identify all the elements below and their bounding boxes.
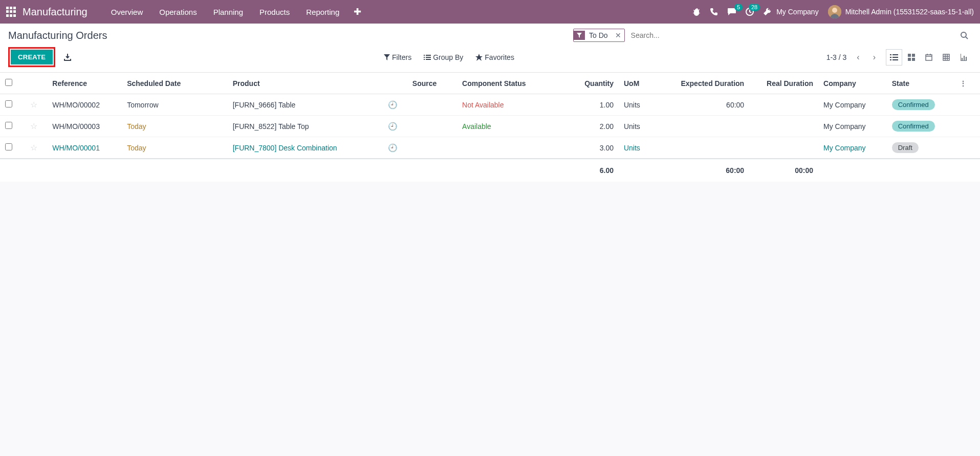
favorites-button[interactable]: Favorites	[475, 53, 514, 61]
col-quantity[interactable]: Quantity	[569, 73, 619, 94]
cell-product: [FURN_7800] Desk Combination	[233, 144, 337, 152]
total-expected: 60:00	[656, 159, 749, 182]
clock-icon[interactable]: 🕘	[388, 100, 398, 109]
svg-rect-9	[943, 54, 949, 60]
filters-label: Filters	[392, 53, 411, 61]
list-view: Reference Scheduled Date Product Source …	[0, 73, 980, 182]
messages-icon[interactable]: 5	[727, 8, 736, 16]
col-expected[interactable]: Expected Duration	[656, 73, 749, 94]
svg-rect-10	[962, 58, 963, 60]
svg-point-2	[832, 8, 837, 13]
pager-text[interactable]: 1-3 / 3	[826, 53, 847, 61]
table-row[interactable]: ☆ WH/MO/00002 Tomorrow [FURN_9666] Table…	[0, 94, 980, 116]
clock-icon[interactable]: 🕘	[388, 143, 398, 152]
cell-quantity: 1.00	[569, 94, 619, 116]
pager-next-icon[interactable]: ›	[870, 51, 879, 64]
cell-uom: Units	[624, 122, 640, 131]
cell-component: Available	[462, 122, 491, 131]
cell-reference: WH/MO/00003	[52, 122, 100, 131]
svg-rect-8	[926, 55, 932, 60]
import-icon[interactable]	[63, 53, 72, 61]
groupby-label: Group By	[433, 53, 463, 61]
main-menu: Overview Operations Planning Products Re…	[103, 2, 348, 23]
menu-reporting[interactable]: Reporting	[298, 2, 347, 23]
select-all-checkbox[interactable]	[5, 79, 12, 86]
svg-rect-4	[908, 54, 911, 57]
state-badge: Draft	[892, 142, 919, 153]
row-checkbox[interactable]	[5, 143, 12, 150]
apps-icon[interactable]	[6, 7, 16, 17]
company-switcher[interactable]: My Company	[776, 8, 818, 16]
svg-point-3	[961, 32, 966, 37]
col-product[interactable]: Product	[228, 73, 383, 94]
graph-view-icon[interactable]	[955, 49, 972, 66]
cell-scheduled: Today	[127, 122, 146, 131]
new-menu-icon[interactable]: ✚	[347, 6, 367, 17]
svg-rect-7	[912, 58, 915, 61]
list-view-icon[interactable]	[886, 49, 902, 66]
search-input[interactable]	[628, 28, 957, 42]
col-state[interactable]: State	[887, 73, 951, 94]
clock-icon[interactable]: 🕘	[388, 122, 398, 131]
cell-product: [FURN_9666] Table	[233, 101, 296, 109]
tools-icon[interactable]	[763, 8, 771, 16]
cell-uom: Units	[624, 144, 640, 152]
svg-rect-12	[966, 57, 967, 60]
search-bar: To Do ✕	[573, 28, 972, 43]
cell-real	[749, 94, 818, 116]
cell-expected	[656, 116, 749, 137]
row-checkbox[interactable]	[5, 100, 12, 107]
search-icon[interactable]	[957, 31, 971, 39]
svg-rect-6	[908, 58, 911, 61]
cell-source	[407, 94, 457, 116]
avatar	[828, 5, 841, 18]
col-reference[interactable]: Reference	[47, 73, 122, 94]
bug-icon[interactable]	[692, 8, 701, 16]
kanban-view-icon[interactable]	[903, 49, 920, 66]
user-name: Mitchell Admin (15531522-saas-15-1-all)	[845, 8, 974, 16]
groupby-button[interactable]: Group By	[424, 53, 463, 61]
calendar-view-icon[interactable]	[921, 49, 937, 66]
col-company[interactable]: Company	[818, 73, 887, 94]
star-icon[interactable]: ☆	[30, 122, 37, 131]
facet-label: To Do	[585, 29, 612, 41]
cell-product: [FURN_8522] Table Top	[233, 122, 309, 131]
pager-prev-icon[interactable]: ‹	[854, 51, 862, 64]
col-scheduled[interactable]: Scheduled Date	[122, 73, 228, 94]
table-row[interactable]: ☆ WH/MO/00003 Today [FURN_8522] Table To…	[0, 116, 980, 137]
star-icon[interactable]: ☆	[30, 143, 37, 152]
cell-source	[407, 137, 457, 159]
menu-operations[interactable]: Operations	[151, 2, 205, 23]
create-button[interactable]: CREATE	[11, 50, 53, 64]
top-navbar: Manufacturing Overview Operations Planni…	[0, 0, 980, 24]
col-uom[interactable]: UoM	[619, 73, 656, 94]
cell-reference: WH/MO/00001	[52, 144, 100, 152]
pivot-view-icon[interactable]	[938, 49, 954, 66]
app-brand[interactable]: Manufacturing	[23, 6, 88, 18]
filters-button[interactable]: Filters	[384, 53, 411, 61]
cell-source	[407, 116, 457, 137]
cell-company: My Company	[823, 122, 865, 131]
menu-overview[interactable]: Overview	[103, 2, 151, 23]
favorites-label: Favorites	[485, 53, 514, 61]
svg-rect-11	[964, 56, 965, 60]
facet-remove-icon[interactable]: ✕	[612, 31, 624, 39]
star-icon[interactable]: ☆	[30, 100, 37, 109]
user-menu[interactable]: Mitchell Admin (15531522-saas-15-1-all)	[828, 5, 974, 18]
cell-uom: Units	[624, 101, 640, 109]
phone-icon[interactable]	[710, 8, 718, 16]
systray: 5 28	[692, 8, 771, 16]
table-row[interactable]: ☆ WH/MO/00001 Today [FURN_7800] Desk Com…	[0, 137, 980, 159]
optional-columns-icon[interactable]: ⋮	[956, 79, 970, 88]
cell-real	[749, 116, 818, 137]
col-source[interactable]: Source	[407, 73, 457, 94]
cell-company: My Company	[823, 101, 865, 109]
col-real[interactable]: Real Duration	[749, 73, 818, 94]
row-checkbox[interactable]	[5, 122, 12, 129]
menu-products[interactable]: Products	[251, 2, 298, 23]
page-title: Manufacturing Orders	[8, 30, 107, 41]
svg-rect-5	[912, 54, 915, 57]
col-component[interactable]: Component Status	[457, 73, 569, 94]
menu-planning[interactable]: Planning	[205, 2, 251, 23]
activities-icon[interactable]: 28	[746, 8, 754, 16]
